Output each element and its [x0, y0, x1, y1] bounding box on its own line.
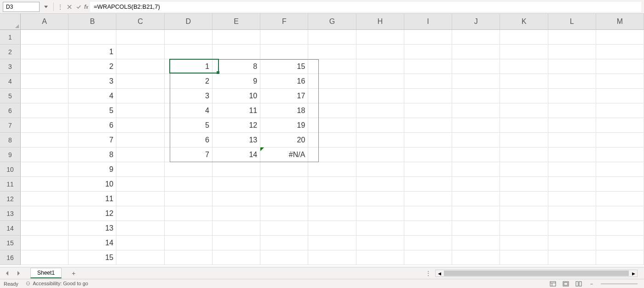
- cell-C11[interactable]: [116, 177, 164, 192]
- cell-B16[interactable]: 15: [69, 250, 116, 265]
- cell-L14[interactable]: [548, 221, 596, 236]
- cell-C10[interactable]: [116, 162, 164, 177]
- sheet-tab[interactable]: Sheet1: [30, 268, 62, 278]
- cell-H2[interactable]: [356, 45, 404, 59]
- cell-I3[interactable]: [404, 59, 452, 74]
- cell-M10[interactable]: [596, 162, 644, 177]
- cell-K2[interactable]: [500, 45, 548, 59]
- cell-M13[interactable]: [596, 206, 644, 221]
- cell-L15[interactable]: [548, 236, 596, 250]
- cell-E6[interactable]: 11: [213, 103, 260, 118]
- cell-K15[interactable]: [500, 236, 548, 250]
- cell-I15[interactable]: [404, 236, 452, 250]
- cell-K14[interactable]: [500, 221, 548, 236]
- cell-F1[interactable]: [260, 30, 308, 45]
- cell-I6[interactable]: [404, 103, 452, 118]
- horizontal-scrollbar[interactable]: ◂ ▸: [435, 270, 638, 277]
- cell-H10[interactable]: [356, 162, 404, 177]
- cell-F4[interactable]: 16: [260, 74, 308, 89]
- cell-G8[interactable]: [308, 133, 356, 147]
- cell-J2[interactable]: [452, 45, 500, 59]
- cell-E13[interactable]: [213, 206, 260, 221]
- cell-B10[interactable]: 9: [69, 162, 116, 177]
- cell-C7[interactable]: [116, 118, 164, 133]
- cell-F6[interactable]: 18: [260, 103, 308, 118]
- cell-A6[interactable]: [21, 103, 69, 118]
- cell-A4[interactable]: [21, 74, 69, 89]
- row-header[interactable]: 6: [0, 103, 21, 118]
- cell-G10[interactable]: [308, 162, 356, 177]
- next-sheet-button[interactable]: [13, 269, 24, 278]
- cell-B6[interactable]: 5: [69, 103, 116, 118]
- cell-G1[interactable]: [308, 30, 356, 45]
- cell-M11[interactable]: [596, 177, 644, 192]
- cell-K16[interactable]: [500, 250, 548, 265]
- cell-C14[interactable]: [116, 221, 164, 236]
- cell-J4[interactable]: [452, 74, 500, 89]
- row-header[interactable]: 8: [0, 133, 21, 147]
- cell-I5[interactable]: [404, 89, 452, 103]
- enter-icon[interactable]: [74, 2, 83, 12]
- row-header[interactable]: 11: [0, 177, 21, 192]
- more-options-icon[interactable]: ⋮: [56, 2, 65, 12]
- cell-G6[interactable]: [308, 103, 356, 118]
- cell-B7[interactable]: 6: [69, 118, 116, 133]
- scroll-left-icon[interactable]: ◂: [436, 270, 443, 277]
- cell-K12[interactable]: [500, 192, 548, 206]
- cell-A9[interactable]: [21, 147, 69, 162]
- cell-C1[interactable]: [116, 30, 164, 45]
- cell-J9[interactable]: [452, 147, 500, 162]
- cell-G13[interactable]: [308, 206, 356, 221]
- row-header[interactable]: 15: [0, 236, 21, 250]
- cell-H11[interactable]: [356, 177, 404, 192]
- cell-A5[interactable]: [21, 89, 69, 103]
- cell-E4[interactable]: 9: [213, 74, 260, 89]
- cell-I1[interactable]: [404, 30, 452, 45]
- cell-M7[interactable]: [596, 118, 644, 133]
- formula-input[interactable]: [90, 2, 641, 12]
- cell-C3[interactable]: [116, 59, 164, 74]
- cell-A15[interactable]: [21, 236, 69, 250]
- cell-C9[interactable]: [116, 147, 164, 162]
- cell-K7[interactable]: [500, 118, 548, 133]
- cell-H14[interactable]: [356, 221, 404, 236]
- cell-L1[interactable]: [548, 30, 596, 45]
- cell-D2[interactable]: [165, 45, 213, 59]
- cell-H1[interactable]: [356, 30, 404, 45]
- cell-F3[interactable]: 15: [260, 59, 308, 74]
- cell-A7[interactable]: [21, 118, 69, 133]
- cell-L8[interactable]: [548, 133, 596, 147]
- cell-J1[interactable]: [452, 30, 500, 45]
- name-box-dropdown[interactable]: [42, 2, 50, 12]
- row-header[interactable]: 9: [0, 147, 21, 162]
- cell-B11[interactable]: 10: [69, 177, 116, 192]
- cell-A2[interactable]: [21, 45, 69, 59]
- cell-M8[interactable]: [596, 133, 644, 147]
- cell-I4[interactable]: [404, 74, 452, 89]
- cell-H15[interactable]: [356, 236, 404, 250]
- cell-H3[interactable]: [356, 59, 404, 74]
- cell-A13[interactable]: [21, 206, 69, 221]
- cell-K13[interactable]: [500, 206, 548, 221]
- cell-C4[interactable]: [116, 74, 164, 89]
- prev-sheet-button[interactable]: [2, 269, 13, 278]
- cell-H8[interactable]: [356, 133, 404, 147]
- cell-G9[interactable]: [308, 147, 356, 162]
- cell-F14[interactable]: [260, 221, 308, 236]
- cell-J6[interactable]: [452, 103, 500, 118]
- cell-H9[interactable]: [356, 147, 404, 162]
- cell-B1[interactable]: [69, 30, 116, 45]
- scroll-right-icon[interactable]: ▸: [630, 270, 637, 277]
- cell-C6[interactable]: [116, 103, 164, 118]
- accessibility-status[interactable]: ⚇ Accessibility: Good to go: [26, 281, 88, 287]
- page-break-view-button[interactable]: [573, 280, 584, 288]
- cell-I10[interactable]: [404, 162, 452, 177]
- cell-L11[interactable]: [548, 177, 596, 192]
- cell-A14[interactable]: [21, 221, 69, 236]
- cell-G2[interactable]: [308, 45, 356, 59]
- col-header[interactable]: E: [213, 14, 260, 30]
- cell-I12[interactable]: [404, 192, 452, 206]
- cell-B5[interactable]: 4: [69, 89, 116, 103]
- cell-B8[interactable]: 7: [69, 133, 116, 147]
- cell-D8[interactable]: 6: [165, 133, 213, 147]
